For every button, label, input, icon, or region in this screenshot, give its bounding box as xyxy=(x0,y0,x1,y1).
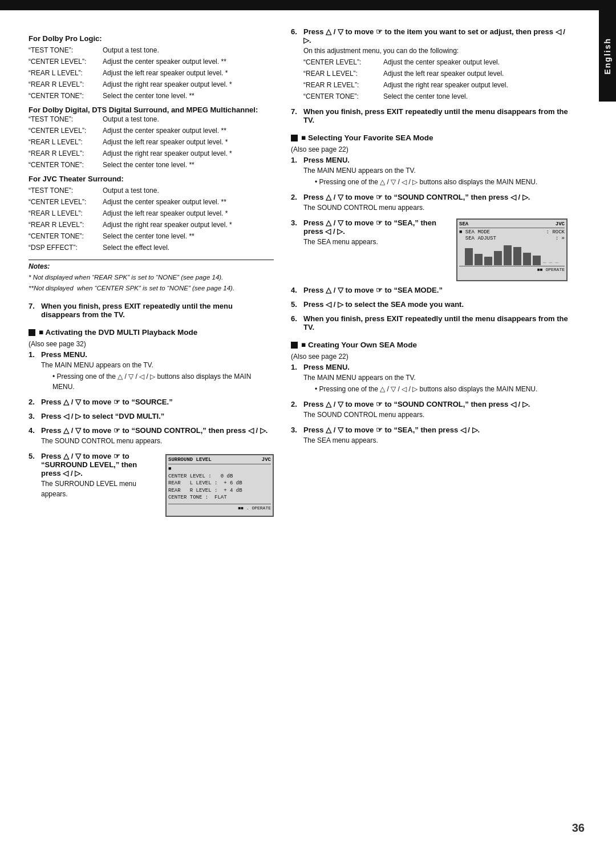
item-value: Output a test tone. xyxy=(103,45,159,55)
sea-eq-chart: _ _ _ 100 1k 10kHz xyxy=(462,242,562,265)
svg-rect-6 xyxy=(523,253,531,265)
step-row: 3. Press △ / ▽ to move ☞ to “SEA,” then … xyxy=(291,426,570,447)
black-square-icon xyxy=(291,135,298,141)
selecting-header-block: ■ Selecting Your Favorite SEA Mode xyxy=(291,133,570,142)
step-desc: The SURROUND LEVEL menu appears. xyxy=(41,479,159,499)
step-desc: The MAIN MENU appears on the TV. xyxy=(303,373,570,383)
screen-row: REAR R LEVEL : + 4 dB xyxy=(168,487,271,495)
step-main-text: Press ◁ / ▷ to select “DVD MULTI.” xyxy=(41,412,274,420)
step-row: 6. When you finish, press EXIT repeatedl… xyxy=(291,314,570,333)
step-row: 3. Press △ / ▽ to move ☞ to “SEA,” then … xyxy=(291,218,449,248)
sea-step-5: 5. Press ◁ / ▷ to select the SEA mode yo… xyxy=(291,300,570,310)
step-main-text: Press △ / ▽ to move ☞ to “SURROUND LEVEL… xyxy=(41,452,159,477)
list-item: “REAR L LEVEL”: Adjust the left rear spe… xyxy=(29,137,274,147)
dolby-digital-header: For Dolby Digital, DTS Digital Surround,… xyxy=(29,106,274,114)
item-value: Adjust the right rear speaker output lev… xyxy=(103,148,232,159)
item-label: “TEST TONE”: xyxy=(29,185,103,196)
step-row: 2. Press △ / ▽ to move ☞ to “SOUND CONTR… xyxy=(291,193,570,214)
creating-header-block: ■ Creating Your Own SEA Mode xyxy=(291,341,570,349)
item-label: “CENTER TONE”: xyxy=(29,91,103,101)
step-4: 4. Press △ / ▽ to move ☞ to “SOUND CONTR… xyxy=(29,426,274,447)
step-main-text: Press △ / ▽ to move ☞ to “SEA MODE.” xyxy=(303,286,570,294)
step-desc: The SOUND CONTROL menu appears. xyxy=(41,436,274,446)
item-value: Adjust the center speaker output level. … xyxy=(103,197,226,207)
step-row: 7. When you finish, press EXIT repeatedl… xyxy=(291,107,570,126)
step-number: 3. xyxy=(29,412,39,422)
step-3: 3. Press ◁ / ▷ to select “DVD MULTI.” xyxy=(29,412,274,422)
sea-mode-value: : ROCK xyxy=(546,229,565,235)
step-content: Press △ / ▽ to move ☞ to “SOUND CONTROL,… xyxy=(41,426,274,447)
list-item: “REAR R LEVEL”: Adjust the right rear sp… xyxy=(29,220,274,230)
step-number: 2. xyxy=(291,193,301,214)
step-2: 2. Press △ / ▽ to move ☞ to “SOURCE.” xyxy=(29,398,274,407)
item-label: “REAR R LEVEL”: xyxy=(29,220,103,230)
item-label: “CENTER LEVEL”: xyxy=(29,56,103,67)
step-row: 1. Press MENU. The MAIN MENU appears on … xyxy=(291,363,570,395)
step-number: 2. xyxy=(29,398,39,407)
surround-screen-mockup: SURROUND LEVEL JVC ■ CENTER LEVEL : 0 dB… xyxy=(165,454,274,517)
item-label: “CENTER TONE”: xyxy=(29,160,103,170)
notes-title: Notes: xyxy=(29,262,274,270)
note-item: **Not displayed when “CENTER SPK” is set… xyxy=(29,284,274,293)
step-row: 4. Press △ / ▽ to move ☞ to “SEA MODE.” xyxy=(291,286,570,296)
item-value: Adjust the center speaker output level. … xyxy=(103,56,226,67)
svg-text:1k: 1k xyxy=(504,265,508,265)
list-item: “CENTER TONE”: Select the center tone le… xyxy=(303,91,570,102)
activating-header-block: ■ Activating the DVD MULTI Playback Mode xyxy=(29,328,274,337)
step-number: 7. xyxy=(291,107,301,126)
step-desc: The MAIN MENU appears on the TV. xyxy=(41,360,274,370)
screen-row: CENTER TONE : FLAT xyxy=(168,494,271,501)
black-square-icon xyxy=(29,329,35,336)
step-content: Press MENU. The MAIN MENU appears on the… xyxy=(303,156,570,188)
step-number: 5. xyxy=(291,300,301,310)
creating-step-3: 3. Press △ / ▽ to move ☞ to “SEA,” then … xyxy=(291,426,570,447)
sea-adjust-row: SEA ADJUST : » xyxy=(459,236,565,241)
step-desc: On this adjustment menu, you can do the … xyxy=(303,46,570,56)
svg-rect-3 xyxy=(494,251,502,265)
step-content: When you finish, press EXIT repeatedly u… xyxy=(303,107,570,126)
list-item: “CENTER LEVEL”: Adjust the center speake… xyxy=(29,126,274,136)
dolby-pro-logic-items: “TEST TONE”: Output a test tone. “CENTER… xyxy=(29,45,274,101)
list-item: “CENTER TONE”: Select the center tone le… xyxy=(29,231,274,241)
step-row: 4. Press △ / ▽ to move ☞ to “SOUND CONTR… xyxy=(29,426,274,447)
item-label: “CENTER LEVEL”: xyxy=(29,197,103,207)
step-bullet: • Pressing one of the △ / ▽ / ◁ / ▷ butt… xyxy=(41,371,274,392)
list-item: “REAR R LEVEL”: Adjust the right rear sp… xyxy=(29,148,274,159)
step-number: 6. xyxy=(291,27,301,103)
step-main-text: Press △ / ▽ to move ☞ to “SOURCE.” xyxy=(41,398,274,406)
item-value: Adjust the right rear speaker output lev… xyxy=(103,220,232,230)
step-main-text: Press MENU. xyxy=(303,156,570,164)
cursor-row: ■ xyxy=(168,466,271,472)
item-label: “CENTER LEVEL”: xyxy=(29,126,103,136)
item-label: “CENTER TONE”: xyxy=(29,231,103,241)
step-number: 1. xyxy=(29,350,39,393)
list-item: “TEST TONE”: Output a test tone. xyxy=(29,185,274,196)
item-value: Output a test tone. xyxy=(103,114,159,124)
svg-rect-7 xyxy=(533,256,541,265)
step-content: When you finish, press EXIT repeatedly u… xyxy=(303,314,570,333)
step-5: 5. Press △ / ▽ to move ☞ to “SURROUND LE… xyxy=(29,452,274,520)
svg-rect-0 xyxy=(465,248,473,265)
item-label: “REAR L LEVEL”: xyxy=(29,208,103,218)
step-content: Press ◁ / ▷ to select the SEA mode you w… xyxy=(303,300,570,310)
item-label: “REAR R LEVEL”: xyxy=(29,148,103,159)
svg-text:_ _ _: _ _ _ xyxy=(542,258,559,264)
step-5-text: 5. Press △ / ▽ to move ☞ to “SURROUND LE… xyxy=(29,452,159,503)
step-desc: The SEA menu appears. xyxy=(303,237,449,247)
step-desc: The SEA menu appears. xyxy=(303,435,570,446)
item-label: “DSP EFFECT”: xyxy=(29,242,103,253)
step-content: Press MENU. The MAIN MENU appears on the… xyxy=(303,363,570,395)
black-square-icon xyxy=(291,342,298,349)
item-label: “REAR L LEVEL”: xyxy=(29,137,103,147)
sea-screen: SEA JVC ■ SEA MODE : ROCK SEA ADJUST : » xyxy=(456,218,568,281)
language-tab: English xyxy=(599,10,616,102)
step-number: 6. xyxy=(291,314,301,333)
step-6-right: 6. Press △ / ▽ to move ☞ to the item you… xyxy=(291,27,570,103)
step-main-text: Press △ / ▽ to move ☞ to “SOUND CONTROL,… xyxy=(41,426,274,435)
svg-rect-5 xyxy=(513,247,521,265)
cursor-icon: ■ xyxy=(168,466,171,472)
sea-brand: JVC xyxy=(556,221,565,227)
step-row: 1. Press MENU. The MAIN MENU appears on … xyxy=(291,156,570,188)
item-value: Adjust the left rear speaker output leve… xyxy=(383,68,504,79)
page-number: 36 xyxy=(572,821,585,835)
